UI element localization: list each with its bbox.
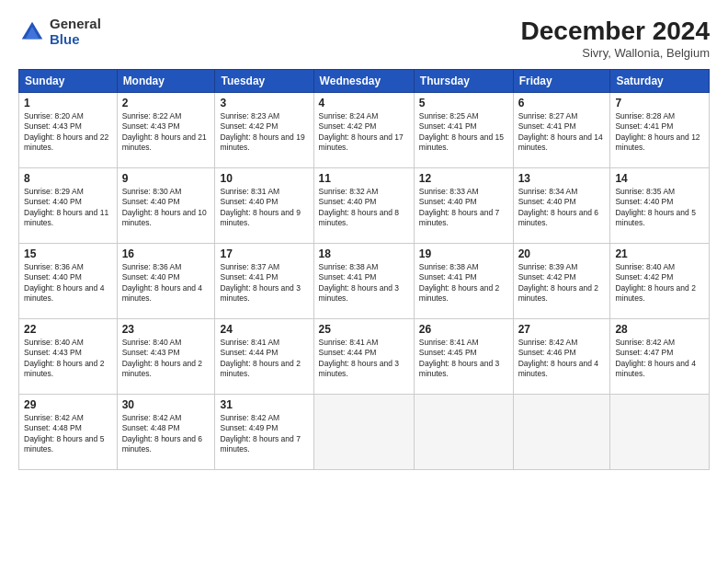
day-info: Sunrise: 8:41 AM Sunset: 4:44 PM Dayligh… [319,338,409,380]
calendar-cell: 15 Sunrise: 8:36 AM Sunset: 4:40 PM Dayl… [19,244,118,319]
day-number: 2 [122,97,210,109]
day-number: 19 [419,247,508,260]
day-info: Sunrise: 8:42 AM Sunset: 4:48 PM Dayligh… [24,413,112,455]
day-info: Sunrise: 8:36 AM Sunset: 4:40 PM Dayligh… [24,262,112,304]
day-info: Sunrise: 8:22 AM Sunset: 4:43 PM Dayligh… [122,111,210,154]
day-number: 20 [518,247,606,260]
calendar-cell: 25 Sunrise: 8:41 AM Sunset: 4:44 PM Dayl… [313,319,414,395]
calendar-cell: 10 Sunrise: 8:31 AM Sunset: 4:40 PM Dayl… [215,168,313,244]
calendar-week-1: 8 Sunrise: 8:29 AM Sunset: 4:40 PM Dayli… [19,168,710,244]
calendar-cell: 23 Sunrise: 8:40 AM Sunset: 4:43 PM Dayl… [117,319,215,395]
calendar-cell: 1 Sunrise: 8:20 AM Sunset: 4:43 PM Dayli… [19,93,118,168]
day-info: Sunrise: 8:30 AM Sunset: 4:40 PM Dayligh… [122,187,210,229]
day-info: Sunrise: 8:36 AM Sunset: 4:40 PM Dayligh… [122,262,210,304]
day-number: 21 [615,247,704,260]
calendar-cell: 18 Sunrise: 8:38 AM Sunset: 4:41 PM Dayl… [313,244,414,319]
calendar-cell: 29 Sunrise: 8:42 AM Sunset: 4:48 PM Dayl… [19,395,118,470]
day-number: 9 [122,172,210,185]
day-number: 28 [615,323,704,336]
day-number: 29 [24,398,112,411]
day-info: Sunrise: 8:33 AM Sunset: 4:40 PM Dayligh… [419,187,508,229]
day-number: 17 [220,247,308,260]
day-number: 13 [518,172,606,185]
day-number: 6 [518,97,606,109]
day-number: 15 [24,247,112,260]
day-info: Sunrise: 8:37 AM Sunset: 4:41 PM Dayligh… [220,262,308,304]
day-info: Sunrise: 8:42 AM Sunset: 4:47 PM Dayligh… [615,338,704,380]
calendar-cell: 22 Sunrise: 8:40 AM Sunset: 4:43 PM Dayl… [19,319,118,395]
logo: General Blue [18,17,101,47]
day-info: Sunrise: 8:34 AM Sunset: 4:40 PM Dayligh… [518,187,606,229]
col-saturday: Saturday [610,70,710,93]
day-info: Sunrise: 8:27 AM Sunset: 4:41 PM Dayligh… [518,111,606,154]
calendar-cell [414,395,513,470]
col-thursday: Thursday [414,70,513,93]
calendar-table: Sunday Monday Tuesday Wednesday Thursday… [18,69,710,470]
calendar-cell: 7 Sunrise: 8:28 AM Sunset: 4:41 PM Dayli… [610,93,710,168]
day-info: Sunrise: 8:42 AM Sunset: 4:48 PM Dayligh… [122,413,210,455]
logo-blue-text: Blue [50,32,101,48]
calendar-cell: 3 Sunrise: 8:23 AM Sunset: 4:42 PM Dayli… [215,93,313,168]
calendar-cell: 12 Sunrise: 8:33 AM Sunset: 4:40 PM Dayl… [414,168,513,244]
logo-icon [18,18,46,46]
col-tuesday: Tuesday [215,70,313,93]
day-info: Sunrise: 8:38 AM Sunset: 4:41 PM Dayligh… [319,262,409,304]
day-number: 27 [518,323,606,336]
day-info: Sunrise: 8:24 AM Sunset: 4:42 PM Dayligh… [319,111,409,154]
day-info: Sunrise: 8:29 AM Sunset: 4:40 PM Dayligh… [24,187,112,229]
calendar-cell: 6 Sunrise: 8:27 AM Sunset: 4:41 PM Dayli… [513,93,610,168]
day-info: Sunrise: 8:40 AM Sunset: 4:42 PM Dayligh… [615,262,704,304]
calendar-cell: 19 Sunrise: 8:38 AM Sunset: 4:41 PM Dayl… [414,244,513,319]
calendar-cell: 24 Sunrise: 8:41 AM Sunset: 4:44 PM Dayl… [215,319,313,395]
day-info: Sunrise: 8:40 AM Sunset: 4:43 PM Dayligh… [122,338,210,380]
day-number: 10 [220,172,308,185]
col-sunday: Sunday [19,70,118,93]
day-info: Sunrise: 8:42 AM Sunset: 4:46 PM Dayligh… [518,338,606,380]
day-number: 12 [419,172,508,185]
calendar-cell: 8 Sunrise: 8:29 AM Sunset: 4:40 PM Dayli… [19,168,118,244]
day-number: 23 [122,323,210,336]
day-number: 4 [319,97,409,109]
calendar-cell [313,395,414,470]
calendar-cell: 17 Sunrise: 8:37 AM Sunset: 4:41 PM Dayl… [215,244,313,319]
col-wednesday: Wednesday [313,70,414,93]
day-info: Sunrise: 8:39 AM Sunset: 4:42 PM Dayligh… [518,262,606,304]
calendar-cell: 20 Sunrise: 8:39 AM Sunset: 4:42 PM Dayl… [513,244,610,319]
calendar-cell: 28 Sunrise: 8:42 AM Sunset: 4:47 PM Dayl… [610,319,710,395]
month-title: December 2024 [521,17,710,46]
calendar-header-row: Sunday Monday Tuesday Wednesday Thursday… [19,70,710,93]
calendar-cell: 4 Sunrise: 8:24 AM Sunset: 4:42 PM Dayli… [313,93,414,168]
calendar-cell: 5 Sunrise: 8:25 AM Sunset: 4:41 PM Dayli… [414,93,513,168]
day-number: 5 [419,97,508,109]
calendar-cell: 16 Sunrise: 8:36 AM Sunset: 4:40 PM Dayl… [117,244,215,319]
calendar-cell: 13 Sunrise: 8:34 AM Sunset: 4:40 PM Dayl… [513,168,610,244]
calendar-cell: 30 Sunrise: 8:42 AM Sunset: 4:48 PM Dayl… [117,395,215,470]
header: General Blue December 2024 Sivry, Wallon… [18,17,710,60]
day-number: 7 [615,97,704,109]
calendar-cell: 14 Sunrise: 8:35 AM Sunset: 4:40 PM Dayl… [610,168,710,244]
col-monday: Monday [117,70,215,93]
calendar-week-4: 29 Sunrise: 8:42 AM Sunset: 4:48 PM Dayl… [19,395,710,470]
day-number: 22 [24,323,112,336]
day-info: Sunrise: 8:28 AM Sunset: 4:41 PM Dayligh… [615,111,704,154]
day-number: 1 [24,97,112,109]
day-number: 31 [220,398,308,411]
calendar-week-3: 22 Sunrise: 8:40 AM Sunset: 4:43 PM Dayl… [19,319,710,395]
calendar-cell: 26 Sunrise: 8:41 AM Sunset: 4:45 PM Dayl… [414,319,513,395]
calendar-cell: 11 Sunrise: 8:32 AM Sunset: 4:40 PM Dayl… [313,168,414,244]
page: General Blue December 2024 Sivry, Wallon… [0,0,728,563]
calendar-cell: 31 Sunrise: 8:42 AM Sunset: 4:49 PM Dayl… [215,395,313,470]
day-info: Sunrise: 8:32 AM Sunset: 4:40 PM Dayligh… [319,187,409,229]
day-number: 16 [122,247,210,260]
col-friday: Friday [513,70,610,93]
day-number: 3 [220,97,308,109]
day-info: Sunrise: 8:23 AM Sunset: 4:42 PM Dayligh… [220,111,308,154]
day-number: 24 [220,323,308,336]
day-info: Sunrise: 8:20 AM Sunset: 4:43 PM Dayligh… [24,111,112,154]
calendar-cell [610,395,710,470]
calendar-week-2: 15 Sunrise: 8:36 AM Sunset: 4:40 PM Dayl… [19,244,710,319]
calendar-week-0: 1 Sunrise: 8:20 AM Sunset: 4:43 PM Dayli… [19,93,710,168]
calendar-cell: 21 Sunrise: 8:40 AM Sunset: 4:42 PM Dayl… [610,244,710,319]
day-info: Sunrise: 8:31 AM Sunset: 4:40 PM Dayligh… [220,187,308,229]
calendar-cell: 9 Sunrise: 8:30 AM Sunset: 4:40 PM Dayli… [117,168,215,244]
